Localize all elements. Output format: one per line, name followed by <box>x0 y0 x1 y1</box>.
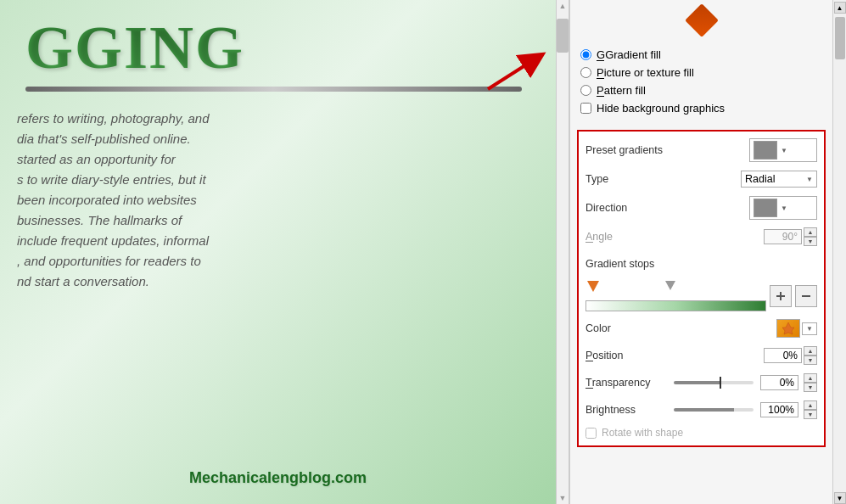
rotate-with-shape-row: Rotate with shape <box>585 427 817 439</box>
panel-scroll-thumb[interactable] <box>835 17 845 59</box>
pattern-fill-label: Pattern fill <box>597 84 646 97</box>
rotate-with-shape-checkbox[interactable] <box>585 428 597 439</box>
position-spinner: ▲ ▼ <box>804 346 817 365</box>
type-dropdown[interactable]: Radial ▼ <box>741 171 817 188</box>
gradient-fill-option[interactable]: GGradient fill <box>580 48 822 61</box>
type-control: Radial ▼ <box>670 171 817 188</box>
format-background-panel: GGradient fill Picture or texture fill P… <box>569 0 832 504</box>
brightness-input[interactable] <box>760 402 798 417</box>
panel-scroll-up-btn[interactable]: ▲ <box>834 2 846 14</box>
angle-spin-up[interactable]: ▲ <box>804 227 817 237</box>
position-input[interactable] <box>764 348 802 363</box>
gradient-fill-radio[interactable] <box>580 49 591 60</box>
pattern-fill-option[interactable]: Pattern fill <box>580 84 822 97</box>
panel-scrollbar: ▲ ▼ <box>832 0 846 504</box>
type-dropdown-arrow: ▼ <box>806 176 813 183</box>
preset-gradients-label: Preset gradients <box>585 144 670 156</box>
position-spin-up[interactable]: ▲ <box>804 346 817 356</box>
gradient-fill-label: GGradient fill <box>597 48 661 61</box>
type-row: Type Radial ▼ <box>585 169 817 189</box>
diamond-icon <box>685 3 719 37</box>
stop-marker-middle[interactable] <box>665 281 675 290</box>
angle-label: Angle <box>585 231 670 243</box>
stop-markers-area <box>585 281 766 288</box>
svg-rect-3 <box>780 292 782 300</box>
text-line-2: dia that's self-published online. <box>17 129 539 149</box>
transparency-thumb[interactable] <box>720 377 721 389</box>
transparency-label: Transparency <box>585 377 670 389</box>
hide-background-checkbox[interactable] <box>580 103 591 114</box>
panel-icon-area <box>570 0 832 42</box>
direction-control: ▼ <box>670 196 817 220</box>
picture-fill-option[interactable]: Picture or texture fill <box>580 66 822 79</box>
picture-fill-radio[interactable] <box>580 67 591 78</box>
stop-marker-left[interactable] <box>587 281 599 292</box>
type-label: Type <box>585 173 670 185</box>
color-control: ▼ <box>670 319 817 338</box>
text-line-7: include frequent updates, informal <box>17 231 539 251</box>
transparency-slider[interactable] <box>674 381 754 384</box>
text-line-6: businesses. The hallmarks of <box>17 210 539 231</box>
brightness-label: Brightness <box>585 404 670 416</box>
direction-dropdown-arrow: ▼ <box>781 204 787 212</box>
text-line-1: refers to writing, photography, and <box>17 109 539 129</box>
pattern-fill-radio[interactable] <box>580 85 591 96</box>
gradient-stops-label-row: Gradient stops <box>585 254 817 274</box>
preset-gradients-row: Preset gradients ▼ <box>585 138 817 162</box>
gradient-bar-wrapper <box>585 281 766 311</box>
transparency-input[interactable] <box>760 375 798 390</box>
position-control: ▲ ▼ <box>670 346 817 365</box>
svg-line-1 <box>488 59 535 89</box>
color-fill-button[interactable] <box>776 319 800 338</box>
text-line-3: started as an opportunity for <box>17 149 539 170</box>
add-stop-button[interactable] <box>770 285 792 307</box>
brightness-spinner: ▲ ▼ <box>804 400 817 419</box>
direction-dropdown[interactable]: ▼ <box>749 196 817 220</box>
slide-title: GGING <box>8 8 539 87</box>
hide-background-label: Hide background graphics <box>597 102 725 115</box>
transparency-spinner: ▲ ▼ <box>804 373 817 392</box>
watermark: Mechanicalengblog.com <box>189 469 367 487</box>
angle-spinner: ▲ ▼ <box>804 227 817 246</box>
color-row: Color ▼ <box>585 318 817 339</box>
brightness-slider[interactable] <box>674 408 754 412</box>
gradient-stops-bar-row <box>585 281 817 311</box>
picture-fill-label: Picture or texture fill <box>597 66 694 79</box>
transparency-row: Transparency ▲ ▼ <box>585 372 817 393</box>
preset-color-swatch <box>754 141 777 160</box>
position-spin-down[interactable]: ▼ <box>804 356 817 365</box>
preset-gradients-dropdown[interactable]: ▼ <box>749 138 817 162</box>
transparency-spin-down[interactable]: ▼ <box>804 383 817 392</box>
angle-input[interactable] <box>764 229 802 244</box>
position-row: Position ▲ ▼ <box>585 345 817 366</box>
gradient-stops-label: Gradient stops <box>585 258 670 270</box>
red-arrow-annotation <box>479 47 547 98</box>
panel-scroll-down-btn[interactable]: ▼ <box>834 492 846 504</box>
hide-background-option[interactable]: Hide background graphics <box>580 102 822 115</box>
brightness-spin-up[interactable]: ▲ <box>804 400 817 410</box>
svg-rect-4 <box>802 295 810 297</box>
slide-body-text: refers to writing, photography, and dia … <box>0 100 556 300</box>
scroll-thumb[interactable] <box>557 19 569 53</box>
position-label: Position <box>585 350 670 361</box>
transparency-spin-up[interactable]: ▲ <box>804 373 817 383</box>
angle-row: Angle ▲ ▼ <box>585 227 817 247</box>
text-line-8: , and opportunities for readers to <box>17 251 539 272</box>
transparency-control: ▲ ▼ <box>670 373 817 392</box>
brightness-row: Brightness ▲ ▼ <box>585 400 817 420</box>
preset-gradients-control: ▼ <box>670 138 817 162</box>
gradient-bar-container <box>585 281 817 311</box>
brightness-spin-down[interactable]: ▼ <box>804 410 817 419</box>
type-value: Radial <box>745 173 803 185</box>
preset-dropdown-arrow: ▼ <box>781 147 787 154</box>
color-dropdown-arrow[interactable]: ▼ <box>802 322 817 335</box>
direction-label: Direction <box>585 202 670 214</box>
fill-options-area: GGradient fill Picture or texture fill P… <box>570 42 832 126</box>
color-label: Color <box>585 322 670 334</box>
gradient-settings-section: Preset gradients ▼ Type Radial ▼ Directi… <box>577 130 826 447</box>
angle-spin-down[interactable]: ▼ <box>804 237 817 246</box>
remove-stop-button[interactable] <box>795 285 817 307</box>
brightness-control: ▲ ▼ <box>670 400 817 419</box>
gradient-color-bar[interactable] <box>585 300 766 311</box>
angle-control: ▲ ▼ <box>670 227 817 246</box>
